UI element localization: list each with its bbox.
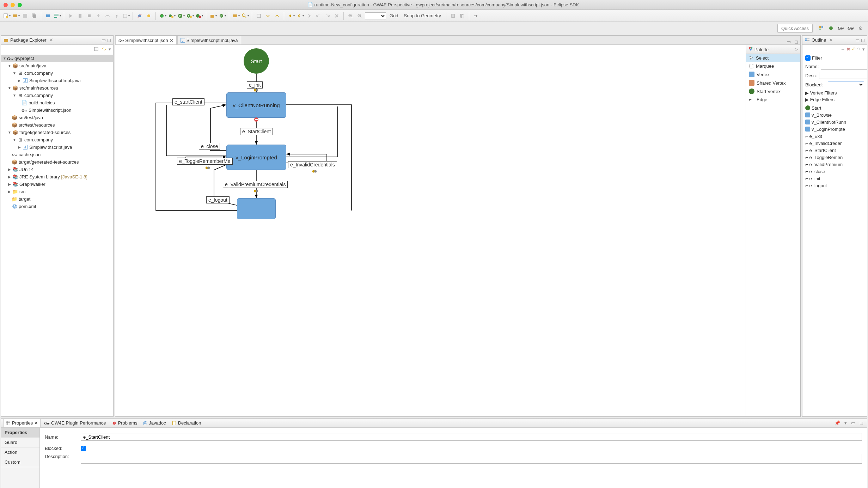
outline-item[interactable]: e_InvalidCreder [805,140,864,147]
forward-button[interactable] [305,12,313,20]
outline-item[interactable]: e_Exit [805,133,864,140]
tree-folder[interactable]: ▼📦target/generated-sources [1,129,113,136]
node-start[interactable]: Start [244,48,269,74]
delete-button[interactable] [333,12,341,20]
tab-problems[interactable]: !Problems [110,419,140,427]
palette-header[interactable]: Palette ▷ [746,45,800,54]
link-editor-icon[interactable] [101,46,107,52]
view-menu-icon[interactable]: ▾ [843,420,848,426]
close-window-button[interactable] [4,3,8,7]
pin-view-icon[interactable]: 📌 [833,420,842,426]
new-package-button[interactable] [209,12,217,20]
tree-folder[interactable]: ▼📦src/main/java [1,62,113,69]
tree-folder[interactable]: 📦target/generated-test-sources [1,158,113,166]
tree-file[interactable]: GwSimplewithscript.json [1,106,113,114]
save-button[interactable] [21,12,29,20]
maximize-view-icon[interactable]: ◻ [858,420,865,426]
filter-checkbox[interactable]: Filter [805,55,864,61]
edge-e-start-client[interactable]: e_StartClient [240,128,273,135]
run-button[interactable] [177,12,185,20]
side-tab-properties[interactable]: Properties [1,428,39,438]
step-into-button[interactable] [94,12,102,20]
edge-e-toggle[interactable]: e_ToggleRememberMe [177,158,233,165]
debug-config-button[interactable] [168,12,176,20]
outline-item[interactable]: Start [805,104,864,111]
prev-annotation-button[interactable] [273,12,281,20]
coverage-button[interactable] [195,12,203,20]
outline-item[interactable]: e_logout [805,182,864,189]
tree-file[interactable]: Ⓜpom.xml [1,203,113,210]
tab-declaration[interactable]: Declaration [170,419,203,427]
zoom-in-button[interactable] [347,12,354,20]
close-icon[interactable]: ✕ [827,37,834,43]
view-menu-icon[interactable]: ▾ [862,47,865,52]
prop-description-input[interactable] [81,454,862,464]
last-edit-button[interactable] [287,12,295,20]
side-tab-action[interactable]: Action [1,447,39,457]
outline-item[interactable]: e_StartClient [805,147,864,154]
outline-item[interactable]: e_ValidPremium [805,161,864,168]
chevron-right-icon[interactable]: ▷ [795,47,798,52]
resume-button[interactable] [67,12,75,20]
edge-e-start-client-lower[interactable]: e_startClient [172,98,204,105]
maximize-view-icon[interactable]: ◻ [107,37,111,43]
pause-button[interactable] [76,12,84,20]
tree-package[interactable]: ▼⊞com.company [1,92,113,99]
minimize-view-icon[interactable]: ▭ [102,37,106,43]
tab-javadoc[interactable]: @Javadoc [141,419,168,427]
side-tab-guard[interactable]: Guard [1,438,39,447]
close-icon[interactable]: ✕ [48,37,55,43]
search-button[interactable] [241,12,249,20]
tree-library[interactable]: ▶📚Graphwalker [1,181,113,188]
tree-folder[interactable]: ▶📁src [1,188,113,195]
outline-blocked-select[interactable] [828,81,864,88]
tree-folder[interactable]: 📦src/test/java [1,114,113,121]
tree-library[interactable]: ▶📚JRE System Library [JavaSE-1.8] [1,173,113,181]
stop-button[interactable] [85,12,93,20]
view-menu-icon[interactable]: ▾ [109,47,111,52]
new-folder-button[interactable] [12,12,20,20]
edge-filters-disclosure[interactable]: ▶ Edge Filters [805,97,864,102]
minimize-view-icon[interactable]: ▭ [850,420,857,426]
close-icon[interactable]: ✕ [34,420,38,426]
minimize-window-button[interactable] [11,3,15,7]
palette-edge[interactable]: ⌐Edge [746,96,800,104]
paste-button[interactable] [449,12,457,20]
tab-gw4e[interactable]: GwGW4E Plugin Performance [42,419,108,427]
collapse-all-icon[interactable] [93,46,99,52]
edge-e-logout[interactable]: e_logout [206,196,230,203]
debug-perspective-button[interactable] [827,24,835,32]
snap-label[interactable]: Snap to Geometry [402,13,444,18]
edge-e-valid-premium[interactable]: e_ValidPremiumCredentials [223,181,288,188]
edge-e-close[interactable]: e_close [199,143,220,150]
tree-library[interactable]: ▶📚JUnit 4 [1,166,113,173]
close-icon[interactable]: ✕ [170,38,173,43]
palette-marquee[interactable]: Marquee [746,62,800,70]
next-annotation-button[interactable] [264,12,272,20]
tree-folder[interactable]: ▼📦src/main/resources [1,84,113,92]
outline-item[interactable]: v_LoginPrompte [805,126,864,133]
tree-file[interactable]: ▶🄹SimplewithscriptImpl.java [1,77,113,84]
grid-label[interactable]: Grid [387,13,401,18]
open-type-button[interactable] [232,12,240,20]
quick-access-input[interactable]: Quick Access [777,24,813,33]
open-perspective-button[interactable] [817,24,825,32]
outline-redo-icon[interactable]: ↷ [857,47,861,52]
save-all-button[interactable] [30,12,38,20]
build-button[interactable] [44,12,52,20]
outline-item[interactable]: v_Browse [805,111,864,118]
node-login-prompted[interactable]: v_LoginPrompted [226,145,286,170]
tree-file[interactable]: Gwcache.json [1,151,113,158]
palette-vertex[interactable]: Vertex [746,70,800,79]
outline-desc-input[interactable] [819,72,867,79]
maximize-window-button[interactable] [18,3,22,7]
forward-arrow-icon[interactable] [472,12,480,20]
copy-button[interactable] [458,12,466,20]
gw4e-alt-perspective-button[interactable]: Gw [847,24,855,32]
minimize-view-icon[interactable]: ▭ [855,37,860,43]
prop-blocked-checkbox[interactable] [81,446,86,451]
tab-properties[interactable]: Properties✕ [3,419,41,427]
zoom-select[interactable] [365,12,386,19]
zoom-out-button[interactable] [356,12,363,20]
editor-tab-json[interactable]: Gw Simplewithscript.json ✕ [115,36,177,44]
